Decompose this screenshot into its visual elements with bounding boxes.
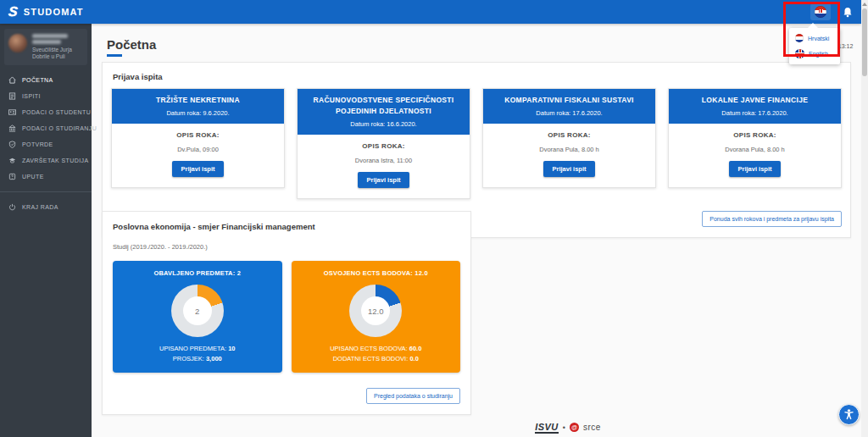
app-title: STUDOMAT <box>24 7 84 17</box>
exam-card-body: OPIS ROKA: Dv.Pula, 09:00 Prijavi ispit <box>112 124 284 187</box>
study-subtitle: Studij (2019./2020. - 2019./2020.) <box>113 243 460 251</box>
profile-info: Sveučilište Jurja Dobrile u Puli <box>32 34 83 60</box>
subjects-donut-chart: 2 <box>171 285 224 337</box>
sidebar-item-ispiti[interactable]: ISPITI <box>0 88 92 104</box>
sidebar-item-podaci-o-studentu[interactable]: PODACI O STUDENTU <box>0 104 92 120</box>
exam-card-body: OPIS ROKA: Dvorana Pula, 8.00 h Prijavi … <box>669 124 841 187</box>
study-overview-panel: Poslovna ekonomija - smjer Financijski m… <box>102 211 471 415</box>
exam-card: KOMPARATIVNI FISKALNI SUSTAVI Datum roka… <box>482 88 656 188</box>
footer-separator: • <box>563 423 565 432</box>
scroll-up-arrow-icon[interactable] <box>862 3 867 6</box>
exam-description: Dv.Pula, 09:00 <box>117 146 279 153</box>
register-exam-button[interactable]: Prijavi ispit <box>543 161 594 177</box>
exam-card: TRŽIŠTE NEKRETNINA Datum roka: 9.6.2020.… <box>111 88 285 188</box>
exam-panel-title: Prijava ispita <box>113 72 842 81</box>
home-icon <box>8 76 16 84</box>
studomat-app: S STUDOMAT 0. 13:12 Hrvatski English <box>0 0 868 437</box>
exam-date: Datum roka: 17.6.2020. <box>490 109 648 117</box>
language-option-label: Hrvatski <box>808 36 829 41</box>
exam-title: RAČUNOVODSTVENE SPECIFIČNOSTI POJEDINIH … <box>304 95 463 117</box>
sidebar-item-potvrde[interactable]: POTVRDE <box>0 136 92 152</box>
exam-title: LOKALNE JAVNE FINANCIJE <box>676 95 834 106</box>
studomat-logo-icon: S <box>8 5 18 19</box>
exam-card: LOKALNE JAVNE FINANCIJE Datum roka: 17.6… <box>668 88 842 188</box>
study-details-button[interactable]: Pregled podataka o studiranju <box>366 388 460 404</box>
university-icon <box>8 124 16 132</box>
exam-card-header: RAČUNOVODSTVENE SPECIFIČNOSTI POJEDINIH … <box>298 89 470 135</box>
exam-card: RAČUNOVODSTVENE SPECIFIČNOSTI POJEDINIH … <box>297 88 470 199</box>
exam-description: Dvorana Pula, 8.00 h <box>674 146 836 153</box>
sidebar-item-zavrsetak-studija[interactable]: ZAVRŠETAK STUDIJA <box>0 152 92 169</box>
exam-card-header: TRŽIŠTE NEKRETNINA Datum roka: 9.6.2020. <box>112 89 284 124</box>
exam-date: Datum roka: 9.6.2020. <box>119 109 277 117</box>
srce-logo-text: srce <box>583 423 601 432</box>
all-exam-offers-button[interactable]: Ponuda svih rokova i predmeta za prijavu… <box>702 211 842 227</box>
exam-date: Datum roka: 16.6.2020. <box>304 120 463 128</box>
donut-center-value: 2 <box>183 296 212 325</box>
bell-icon <box>843 7 853 18</box>
register-exam-button[interactable]: Prijavi ispit <box>358 172 409 188</box>
isvu-logo: ISVU <box>535 422 559 434</box>
language-option-label: English <box>809 51 828 57</box>
study-panel-footer: Pregled podataka o studiranju <box>113 388 460 404</box>
redacted-user-id <box>32 40 61 44</box>
donut-center-value: 12.0 <box>361 296 390 325</box>
language-option-hrvatski[interactable]: Hrvatski <box>789 30 840 46</box>
language-selector-button[interactable] <box>810 3 831 20</box>
vertical-scrollbar[interactable] <box>861 0 868 437</box>
redacted-user-name <box>32 34 68 38</box>
accessibility-widget-button[interactable] <box>838 404 860 425</box>
exam-description: Dvorana Istra, 11:00 <box>303 157 465 164</box>
croatian-flag-icon <box>795 34 804 42</box>
uk-flag-icon <box>795 49 804 58</box>
register-exam-button[interactable]: Prijavi ispit <box>729 161 780 177</box>
topbar-actions <box>810 3 853 20</box>
sidebar-nav: POČETNA ISPITI PODACI O STUDENTU <box>0 72 92 215</box>
topbar: S STUDOMAT <box>0 0 861 24</box>
stat-line: UPISANO PREDMETA: 10 <box>120 345 275 352</box>
exam-opis-label: OPIS ROKA: <box>488 131 650 139</box>
brand[interactable]: S STUDOMAT <box>8 5 84 19</box>
language-option-english[interactable]: English <box>789 46 840 62</box>
exam-card-body: OPIS ROKA: Dvorana Istra, 11:00 Prijavi … <box>298 135 470 198</box>
exam-opis-label: OPIS ROKA: <box>117 131 279 139</box>
exam-card-body: OPIS ROKA: Dvorana Pula, 8.00 h Prijavi … <box>483 124 655 187</box>
sidebar-item-kraj-rada[interactable]: KRAJ RADA <box>0 199 92 215</box>
register-exam-button[interactable]: Prijavi ispit <box>172 161 223 177</box>
exam-opis-label: OPIS ROKA: <box>303 142 465 150</box>
sidebar-divider <box>0 191 92 192</box>
scrollbar-thumb[interactable] <box>862 8 867 76</box>
certificate-shield-icon <box>8 141 16 148</box>
ects-stat-card: OSVOJENO ECTS BODOVA: 12.0 12.0 UPISANO … <box>292 261 461 373</box>
dropdown-caret <box>808 23 818 28</box>
exam-title: TRŽIŠTE NEKRETNINA <box>119 95 277 106</box>
exam-opis-label: OPIS ROKA: <box>674 131 836 139</box>
notifications-button[interactable] <box>843 7 853 18</box>
power-icon <box>8 203 16 211</box>
footer: ISVU • @ srce <box>183 422 868 434</box>
user-profile[interactable]: Sveučilište Jurja Dobrile u Puli <box>4 29 87 65</box>
sidebar-item-podaci-o-studiranju[interactable]: PODACI O STUDIRANJU <box>0 120 92 136</box>
graduation-cap-icon <box>8 157 16 164</box>
accessibility-person-icon <box>843 408 855 421</box>
sidebar: Sveučilište Jurja Dobrile u Puli POČETNA… <box>0 24 92 437</box>
stat-cards-row: OBAVLJENO PREDMETA: 2 2 UPISANO PREDMETA… <box>113 261 460 373</box>
exam-card-header: LOKALNE JAVNE FINANCIJE Datum roka: 17.6… <box>669 89 841 124</box>
srce-logo-icon: @ <box>570 423 579 432</box>
study-title: Poslovna ekonomija - smjer Financijski m… <box>113 222 460 231</box>
title-underline <box>107 54 122 57</box>
exam-date: Datum roka: 17.6.2020. <box>676 109 834 117</box>
stat-top-label: OBAVLJENO PREDMETA: 2 <box>120 269 275 277</box>
sidebar-item-upute[interactable]: UPUTE <box>0 169 92 185</box>
stat-line: DODATNI ECTS BODOVI: 0.0 <box>298 355 454 362</box>
help-book-icon <box>8 173 16 180</box>
exams-icon <box>8 92 16 100</box>
stat-line: UPISANO ECTS BODOVA: 60.0 <box>298 345 454 352</box>
student-card-icon <box>8 108 16 116</box>
avatar <box>8 34 27 53</box>
page-title: Početna <box>107 37 861 52</box>
sidebar-item-pocetna[interactable]: POČETNA <box>0 72 92 88</box>
exam-title: KOMPARATIVNI FISKALNI SUSTAVI <box>490 95 648 106</box>
exam-card-header: KOMPARATIVNI FISKALNI SUSTAVI Datum roka… <box>483 89 655 124</box>
ects-donut-chart: 12.0 <box>349 285 402 337</box>
